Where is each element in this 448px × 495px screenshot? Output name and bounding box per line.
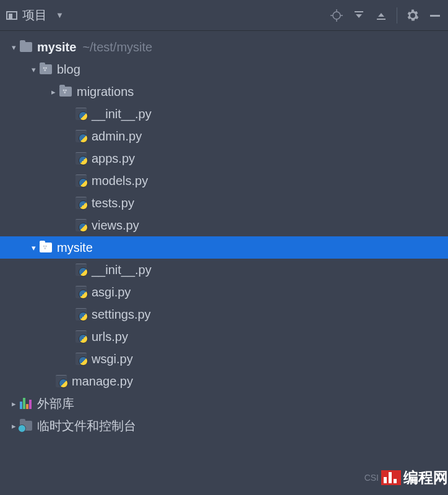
python-file-icon bbox=[75, 264, 87, 276]
tree-file-init[interactable]: __init__.py bbox=[0, 103, 448, 125]
watermark: CSI 编程网 bbox=[364, 468, 448, 488]
file-label: asgi.py bbox=[92, 285, 131, 299]
python-file-icon bbox=[75, 308, 87, 321]
folder-label: mysite bbox=[37, 40, 76, 54]
file-label: manage.py bbox=[72, 374, 133, 389]
file-label: wsgi.py bbox=[92, 352, 133, 366]
folder-path: ~/test/mysite bbox=[82, 40, 152, 54]
svg-marker-7 bbox=[378, 13, 384, 17]
tree-file-models[interactable]: models.py bbox=[0, 170, 448, 192]
python-file-icon bbox=[75, 130, 87, 142]
python-file-icon bbox=[75, 174, 87, 187]
collapse-all-icon[interactable] bbox=[374, 9, 388, 22]
item-label: 外部库 bbox=[37, 395, 74, 412]
toolbar-divider bbox=[397, 7, 397, 24]
python-file-icon bbox=[75, 152, 87, 165]
file-label: views.py bbox=[92, 218, 139, 233]
item-label: 临时文件和控制台 bbox=[37, 418, 136, 434]
folder-label: mysite bbox=[57, 241, 93, 255]
toolbar-left: 项目 ▼ bbox=[6, 7, 64, 24]
tree-file-apps[interactable]: apps.py bbox=[0, 147, 448, 170]
tree-file-views[interactable]: views.py bbox=[0, 214, 448, 236]
locate-icon[interactable] bbox=[330, 9, 343, 22]
folder-label: blog bbox=[57, 62, 80, 77]
python-file-icon bbox=[75, 353, 87, 365]
python-file-icon bbox=[75, 330, 87, 343]
external-lib-icon bbox=[20, 398, 32, 409]
chevron-down-icon[interactable]: ▾ bbox=[7, 43, 20, 52]
svg-rect-5 bbox=[355, 11, 363, 12]
chevron-down-icon[interactable]: ▾ bbox=[27, 65, 40, 74]
view-mode-chevron-icon[interactable]: ▼ bbox=[56, 11, 64, 20]
file-label: tests.py bbox=[92, 196, 134, 210]
python-file-icon bbox=[75, 108, 87, 120]
tree-folder-migrations[interactable]: ▸ migrations bbox=[0, 80, 448, 103]
file-label: __init__.py bbox=[92, 263, 152, 277]
python-file-icon bbox=[75, 197, 87, 209]
tree-file-tests[interactable]: tests.py bbox=[0, 192, 448, 214]
tree-folder-blog[interactable]: ▾ blog bbox=[0, 58, 448, 80]
svg-point-0 bbox=[333, 12, 340, 19]
watermark-csdn: CSI bbox=[364, 473, 379, 483]
package-folder-icon bbox=[40, 243, 52, 252]
watermark-bars-icon bbox=[384, 472, 397, 483]
python-file-icon bbox=[75, 286, 87, 298]
tree-folder-mysite-pkg[interactable]: ▾ mysite bbox=[0, 236, 448, 259]
python-file-icon bbox=[56, 375, 67, 387]
tree-root-mysite[interactable]: ▾ mysite ~/test/mysite bbox=[0, 36, 448, 58]
project-toolbar: 项目 ▼ bbox=[0, 0, 448, 31]
minimize-icon[interactable] bbox=[428, 9, 442, 22]
chevron-right-icon[interactable]: ▸ bbox=[7, 399, 20, 408]
gear-icon[interactable] bbox=[406, 9, 420, 22]
svg-rect-8 bbox=[377, 19, 386, 20]
tree-file-wsgi[interactable]: wsgi.py bbox=[0, 348, 448, 370]
tree-file-admin[interactable]: admin.py bbox=[0, 125, 448, 147]
watermark-text: 编程网 bbox=[403, 468, 448, 488]
svg-marker-6 bbox=[356, 14, 362, 18]
watermark-logo bbox=[381, 470, 401, 485]
project-tree: ▾ mysite ~/test/mysite ▾ blog ▸ migratio… bbox=[0, 31, 448, 437]
toolbar-right bbox=[330, 7, 442, 24]
expand-all-icon[interactable] bbox=[352, 9, 366, 22]
tree-file-settings[interactable]: settings.py bbox=[0, 303, 448, 325]
file-label: apps.py bbox=[92, 152, 135, 166]
project-icon bbox=[6, 11, 17, 20]
file-label: urls.py bbox=[92, 330, 128, 344]
scratch-folder-icon bbox=[20, 421, 32, 431]
tree-file-manage[interactable]: manage.py bbox=[0, 370, 448, 392]
file-label: admin.py bbox=[92, 129, 142, 144]
folder-label: migrations bbox=[77, 85, 134, 99]
tree-external-libraries[interactable]: ▸ 外部库 bbox=[0, 392, 448, 415]
package-folder-icon bbox=[40, 64, 52, 74]
file-label: settings.py bbox=[92, 308, 151, 322]
chevron-right-icon[interactable]: ▸ bbox=[47, 87, 59, 97]
svg-rect-9 bbox=[430, 15, 440, 17]
tree-file-urls[interactable]: urls.py bbox=[0, 325, 448, 348]
package-folder-icon bbox=[59, 87, 72, 97]
tree-file-asgi[interactable]: asgi.py bbox=[0, 281, 448, 303]
tree-file-mysite-init[interactable]: __init__.py bbox=[0, 259, 448, 281]
file-label: __init__.py bbox=[92, 107, 152, 121]
tree-scratches[interactable]: ▸ 临时文件和控制台 bbox=[0, 415, 448, 437]
file-label: models.py bbox=[92, 174, 148, 188]
python-file-icon bbox=[75, 219, 87, 231]
toolbar-title: 项目 bbox=[22, 7, 47, 24]
folder-icon bbox=[20, 42, 32, 52]
chevron-down-icon[interactable]: ▾ bbox=[27, 243, 40, 252]
